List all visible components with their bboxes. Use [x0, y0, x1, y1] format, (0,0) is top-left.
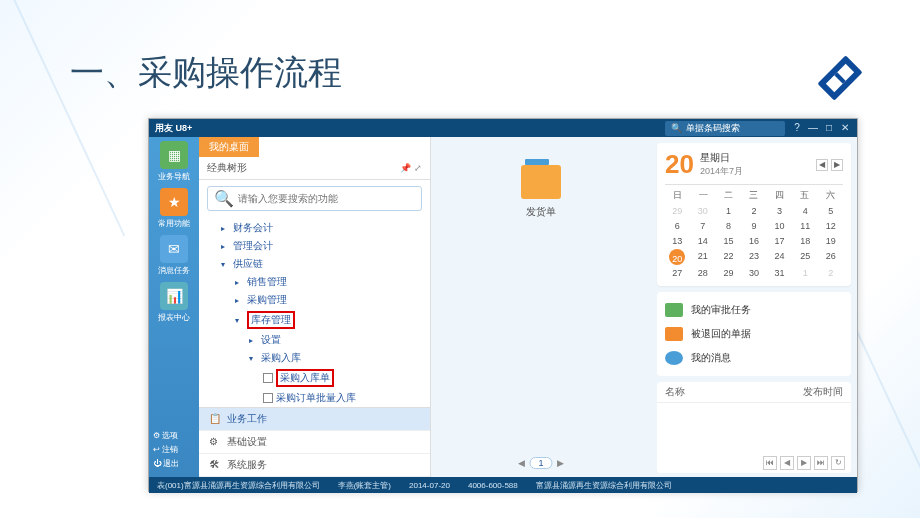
- cal-cell[interactable]: 31: [767, 266, 792, 280]
- business-icon: 📋: [209, 413, 221, 425]
- page-next[interactable]: ▶: [797, 456, 811, 470]
- cal-cell[interactable]: 28: [691, 266, 716, 280]
- mail-icon: ✉: [160, 235, 188, 263]
- approve-icon: [665, 303, 683, 317]
- cal-cell[interactable]: 6: [665, 219, 690, 233]
- cal-cell[interactable]: 1: [793, 266, 818, 280]
- cal-cell[interactable]: 11: [793, 219, 818, 233]
- minimize-button[interactable]: —: [807, 122, 819, 134]
- page-first[interactable]: ⏮: [763, 456, 777, 470]
- rail-footer: ⚙ 选项 ↩ 注销 ⏻ 退出: [153, 429, 179, 471]
- barcode-search[interactable]: 🔍 单据条码搜索: [665, 121, 785, 136]
- task-approve[interactable]: 我的审批任务: [665, 298, 843, 322]
- rail-reports[interactable]: 📊报表中心: [155, 282, 193, 323]
- tree-node-inventory[interactable]: ▾库存管理: [199, 309, 430, 331]
- cal-cell[interactable]: 13: [665, 234, 690, 248]
- status-org: 表(001)富源县涌源再生资源综合利用有限公司: [157, 480, 320, 491]
- cal-cell[interactable]: 12: [818, 219, 843, 233]
- tree-node-settings[interactable]: ▸设置: [199, 331, 430, 349]
- status-user: 李燕(账套主管): [338, 480, 391, 491]
- rail-messages[interactable]: ✉消息任务: [155, 235, 193, 276]
- page-last[interactable]: ⏭: [814, 456, 828, 470]
- page-number: 1: [529, 457, 552, 469]
- cal-cell[interactable]: 1: [716, 204, 741, 218]
- status-company: 富源县涌源再生资源综合利用有限公司: [536, 480, 672, 491]
- cal-weekday: 星期日: [700, 151, 743, 165]
- desktop-tab[interactable]: 我的桌面: [199, 137, 259, 157]
- cal-month: 2014年7月: [700, 165, 743, 178]
- cal-cell[interactable]: 8: [716, 219, 741, 233]
- tree-node-finance[interactable]: ▸财务会计: [199, 219, 430, 237]
- cal-cell[interactable]: 30: [691, 204, 716, 218]
- cal-cell[interactable]: 20: [669, 249, 685, 265]
- tree-leaf-purchase-order[interactable]: 采购入库单: [199, 367, 430, 389]
- tree-node-purchase[interactable]: ▸采购管理: [199, 291, 430, 309]
- cal-cell[interactable]: 17: [767, 234, 792, 248]
- cal-cell[interactable]: 25: [793, 249, 818, 265]
- tree-node-purchase-in[interactable]: ▾采购入库: [199, 349, 430, 367]
- page-refresh[interactable]: ↻: [831, 456, 845, 470]
- cal-cell[interactable]: 24: [767, 249, 792, 265]
- tree-node-supply-chain[interactable]: ▾供应链: [199, 255, 430, 273]
- pin-icon[interactable]: 📌 ⤢: [400, 163, 422, 173]
- help-button[interactable]: ?: [791, 122, 803, 134]
- tree-search-input[interactable]: [238, 193, 415, 204]
- cal-cell[interactable]: 26: [818, 249, 843, 265]
- exit-link[interactable]: ⏻ 退出: [153, 457, 179, 471]
- options-link[interactable]: ⚙ 选项: [153, 429, 179, 443]
- left-rail: ▦业务导航 ★常用功能 ✉消息任务 📊报表中心 ⚙ 选项 ↩ 注销 ⏻ 退出: [149, 137, 199, 477]
- tree-leaf-batch-order[interactable]: 采购订单批量入库: [199, 389, 430, 407]
- calendar: 20 星期日 2014年7月 ◀ ▶ 日一二三四五六 2930123456789…: [657, 143, 851, 286]
- pager-prev[interactable]: ◀: [518, 458, 525, 468]
- nav-tree: ▸财务会计 ▸管理会计 ▾供应链 ▸销售管理 ▸采购管理 ▾库存管理 ▸设置 ▾…: [199, 217, 430, 407]
- maximize-button[interactable]: □: [823, 122, 835, 134]
- star-icon: ★: [160, 188, 188, 216]
- tree-node-sales[interactable]: ▸销售管理: [199, 273, 430, 291]
- right-panel: 20 星期日 2014年7月 ◀ ▶ 日一二三四五六 2930123456789…: [651, 137, 857, 477]
- status-date: 2014-07-20: [409, 481, 450, 490]
- logout-link[interactable]: ↩ 注销: [153, 443, 179, 457]
- doc-icon: [521, 165, 561, 199]
- col-name: 名称: [665, 385, 803, 399]
- shipment-doc[interactable]: 发货单: [441, 165, 641, 219]
- search-icon: 🔍: [214, 189, 234, 208]
- cal-cell[interactable]: 29: [665, 204, 690, 218]
- cal-cell[interactable]: 3: [767, 204, 792, 218]
- cal-next[interactable]: ▶: [831, 159, 843, 171]
- pager-next[interactable]: ▶: [557, 458, 564, 468]
- cal-cell[interactable]: 22: [716, 249, 741, 265]
- cal-cell[interactable]: 16: [742, 234, 767, 248]
- rail-business-nav[interactable]: ▦业务导航: [155, 141, 193, 182]
- cal-cell[interactable]: 21: [691, 249, 716, 265]
- cal-cell[interactable]: 2: [742, 204, 767, 218]
- cal-cell[interactable]: 23: [742, 249, 767, 265]
- cal-prev[interactable]: ◀: [816, 159, 828, 171]
- cal-cell[interactable]: 30: [742, 266, 767, 280]
- cal-cell[interactable]: 29: [716, 266, 741, 280]
- titlebar: 用友 U8+ 🔍 单据条码搜索 ? — □ ✕: [149, 119, 857, 137]
- cal-cell[interactable]: 19: [818, 234, 843, 248]
- task-rejected[interactable]: 被退回的单据: [665, 322, 843, 346]
- tab-system-service[interactable]: 🛠系统服务: [199, 454, 430, 477]
- tree-search[interactable]: 🔍: [207, 186, 422, 211]
- cal-cell[interactable]: 27: [665, 266, 690, 280]
- tab-basic-setup[interactable]: ⚙基础设置: [199, 431, 430, 454]
- close-button[interactable]: ✕: [839, 122, 851, 134]
- cal-cell[interactable]: 2: [818, 266, 843, 280]
- cal-cell[interactable]: 7: [691, 219, 716, 233]
- tab-business[interactable]: 📋业务工作: [199, 408, 430, 431]
- decor-line: [0, 0, 125, 236]
- cal-cell[interactable]: 10: [767, 219, 792, 233]
- rail-common[interactable]: ★常用功能: [155, 188, 193, 229]
- cal-cell[interactable]: 18: [793, 234, 818, 248]
- task-messages[interactable]: 我的消息: [665, 346, 843, 370]
- cal-cell[interactable]: 5: [818, 204, 843, 218]
- cal-cell[interactable]: 4: [793, 204, 818, 218]
- doc-icon: [263, 373, 273, 383]
- cal-cell[interactable]: 9: [742, 219, 767, 233]
- cal-cell[interactable]: 14: [691, 234, 716, 248]
- tree-node-mgmt-acc[interactable]: ▸管理会计: [199, 237, 430, 255]
- page-prev[interactable]: ◀: [780, 456, 794, 470]
- cal-cell[interactable]: 15: [716, 234, 741, 248]
- nav-icon: ▦: [160, 141, 188, 169]
